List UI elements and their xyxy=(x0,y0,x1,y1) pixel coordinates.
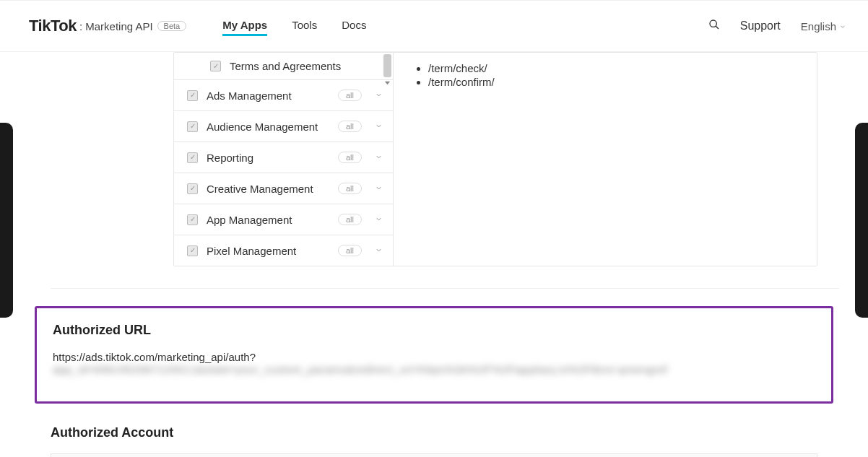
authorized-url-redacted-tail: app_id=6961952687120011&state=your_custo… xyxy=(53,363,667,375)
permission-tag: all xyxy=(338,121,362,132)
permission-tag: all xyxy=(338,214,362,225)
top-bar: TikTok : Marketing API Beta My Apps Tool… xyxy=(0,0,868,52)
primary-nav: My Apps Tools Docs xyxy=(222,16,366,36)
authorized-url-section: Authorized URL https://ads.tiktok.com/ma… xyxy=(35,306,833,404)
header-right-controls: Support English xyxy=(708,19,846,33)
authorized-account-title: Authorized Account xyxy=(51,425,817,440)
chevron-down-icon xyxy=(375,120,383,133)
permission-label: Terms and Agreements xyxy=(230,60,383,72)
search-icon[interactable] xyxy=(708,19,720,33)
permissions-panel: Terms and Agreements Ads Management all … xyxy=(173,52,817,266)
chevron-down-icon xyxy=(375,182,383,195)
checkbox-checked-icon[interactable] xyxy=(187,183,198,194)
support-link[interactable]: Support xyxy=(740,19,781,32)
authorized-url-value[interactable]: https://ads.tiktok.com/marketing_api/aut… xyxy=(53,351,815,375)
checkbox-checked-icon[interactable] xyxy=(187,214,198,225)
logo-subtitle: : Marketing API xyxy=(79,20,153,32)
language-label: English xyxy=(801,20,836,32)
column-header-id: ID xyxy=(51,454,326,457)
permission-item-pixel-management[interactable]: Pixel Management all xyxy=(174,235,393,266)
permission-item-reporting[interactable]: Reporting all xyxy=(174,142,393,173)
nav-docs[interactable]: Docs xyxy=(342,16,366,36)
permission-tag: all xyxy=(338,245,362,256)
permission-label: Ads Management xyxy=(207,90,338,102)
permission-label: App Management xyxy=(207,214,338,226)
authorized-url-prefix: https://ads.tiktok.com/marketing_api/aut… xyxy=(53,351,256,363)
svg-line-1 xyxy=(716,26,719,29)
permission-item-ads-management[interactable]: Ads Management all xyxy=(174,80,393,111)
permission-item-app-management[interactable]: App Management all xyxy=(174,204,393,235)
permission-label: Pixel Management xyxy=(207,245,338,257)
permissions-category-list: Terms and Agreements Ads Management all … xyxy=(174,53,394,266)
checkbox-checked-icon[interactable] xyxy=(187,245,198,256)
checkbox-checked-icon[interactable] xyxy=(187,121,198,132)
authorized-account-table-header: ID Advertiser name Scope of permission xyxy=(51,453,817,457)
permission-tag: all xyxy=(338,152,362,163)
endpoint-item: /term/confirm/ xyxy=(428,75,802,89)
column-header-scope: Scope of permission xyxy=(586,454,817,457)
chevron-down-icon xyxy=(375,89,383,102)
permission-tag: all xyxy=(338,183,362,194)
permission-item-audience-management[interactable]: Audience Management all xyxy=(174,111,393,142)
chevron-down-icon xyxy=(375,244,383,257)
endpoint-list: /term/check/ /term/confirm/ xyxy=(408,61,802,89)
authorized-account-section: Authorized Account ID Advertiser name Sc… xyxy=(51,425,817,457)
permission-endpoints-pane: /term/check/ /term/confirm/ xyxy=(394,53,817,266)
checkbox-checked-icon[interactable] xyxy=(187,90,198,101)
chevron-down-icon xyxy=(375,213,383,226)
permission-item-creative-management[interactable]: Creative Management all xyxy=(174,173,393,204)
chevron-down-icon xyxy=(375,151,383,164)
permission-subitem-terms[interactable]: Terms and Agreements xyxy=(174,53,393,80)
checkbox-checked-icon[interactable] xyxy=(210,61,221,71)
endpoint-item: /term/check/ xyxy=(428,61,802,75)
language-selector[interactable]: English xyxy=(801,20,846,32)
beta-badge: Beta xyxy=(157,21,187,31)
section-divider xyxy=(51,288,839,289)
permission-tag: all xyxy=(338,90,362,101)
svg-point-0 xyxy=(710,20,716,27)
column-header-advertiser: Advertiser name xyxy=(326,454,586,457)
checkbox-checked-icon[interactable] xyxy=(187,152,198,163)
scrollbar-thumb[interactable] xyxy=(383,54,391,77)
permission-label: Reporting xyxy=(207,152,338,164)
permission-label: Audience Management xyxy=(207,121,338,133)
logo-main: TikTok xyxy=(29,17,77,35)
nav-my-apps[interactable]: My Apps xyxy=(222,16,267,36)
logo-text: TikTok xyxy=(29,17,77,35)
authorized-url-title: Authorized URL xyxy=(53,323,815,338)
nav-tools[interactable]: Tools xyxy=(292,16,317,36)
chevron-down-icon xyxy=(839,20,846,32)
permission-label: Creative Management xyxy=(207,183,338,195)
